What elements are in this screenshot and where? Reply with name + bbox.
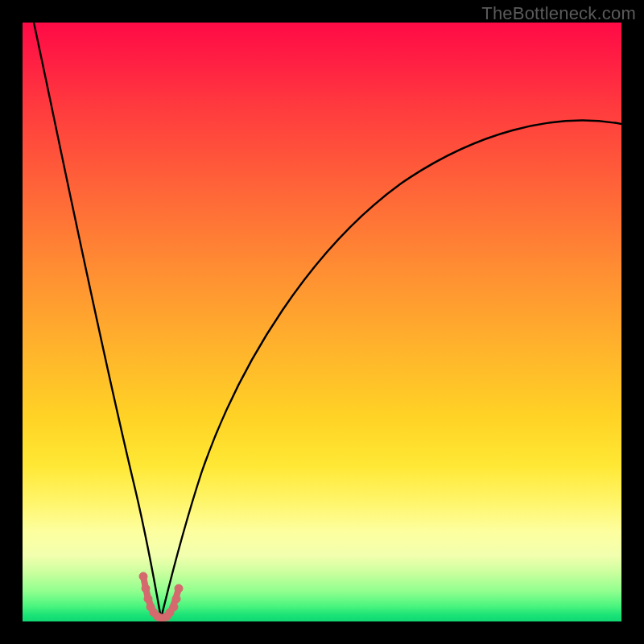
plot-area <box>23 23 621 621</box>
bottleneck-curve <box>23 23 621 621</box>
curve-right-branch <box>161 121 621 618</box>
curve-left-branch <box>34 23 161 618</box>
minimum-marker-cluster <box>139 572 183 621</box>
chart-frame: TheBottleneck.com <box>0 0 644 644</box>
watermark-text: TheBottleneck.com <box>481 3 636 24</box>
